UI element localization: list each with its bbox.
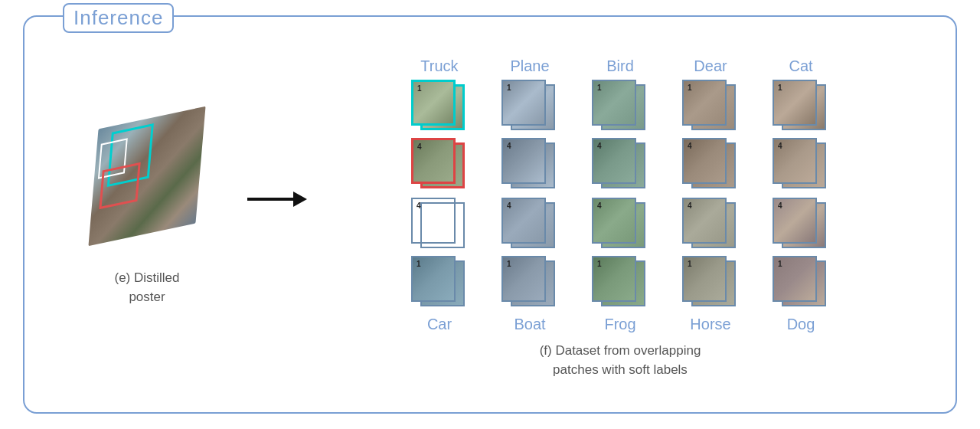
class-label-cat: Cat [759,57,843,75]
patch-plane-bot-front: 4 [501,138,546,184]
class-label-plane: Plane [488,57,572,75]
patch-num-truck-top: 1 [416,84,423,93]
patch-group-frog: 4 1 [578,198,662,311]
patch-horse-bot: 1 [676,256,745,311]
patch-bird-top-front: 1 [592,80,636,126]
patch-num-dear-top: 1 [686,83,694,93]
patch-num-car-top: 4 [415,201,423,211]
patch-num-dog-top: 4 [776,201,784,211]
class-label-dear: Dear [668,57,753,75]
bottom-class-labels: Car Boat Frog Horse Dog [397,316,843,333]
patch-truck-top-front: 1 [411,80,456,126]
bottom-patches-row: 4 1 4 [397,198,843,311]
patch-num-cat-bot: 4 [776,141,784,151]
patch-bird-bot-front: 4 [592,138,636,184]
class-label-dog: Dog [759,316,843,333]
patch-dear-top-front: 1 [682,80,727,126]
patch-boat-bot: 1 [495,256,564,311]
patch-group-dog: 4 1 [759,198,843,311]
patch-num-frog-top: 4 [596,201,603,211]
distilled-poster-image [88,106,205,246]
right-arrow [247,192,307,207]
patch-num-plane-bot: 4 [505,141,513,151]
patch-num-frog-bot: 1 [596,259,603,269]
patch-dog-bot-front: 1 [773,256,817,302]
patch-num-boat-bot: 1 [505,259,513,269]
patch-boat-top: 4 [495,198,564,253]
patch-cat-top-front: 1 [773,80,817,126]
patch-num-car-bot: 1 [415,259,423,269]
patch-num-dog-bot: 1 [776,259,784,269]
arrow-head [293,192,307,207]
patch-truck-top: 1 [405,80,474,135]
patch-num-horse-top: 4 [686,201,694,211]
patch-boat-top-front: 4 [501,198,546,244]
patch-group-cat: 1 4 [759,80,843,193]
left-section: (e) Distilledposter [55,107,239,307]
patch-bird-top: 1 [586,80,655,135]
patch-boat-bot-front: 1 [501,256,546,302]
patch-cat-top: 1 [766,80,835,135]
patch-frog-bot-front: 1 [592,256,636,302]
patch-cat-bot-front: 4 [773,138,817,184]
patch-group-boat: 4 1 [488,198,572,311]
patch-car-bot-front: 1 [411,256,456,302]
patch-num-truck-bot: 4 [416,142,423,152]
patch-num-bird-top: 1 [596,83,603,93]
class-label-frog: Frog [578,316,662,333]
patch-group-bird: 1 4 [578,80,662,193]
patch-car-top: 4 [405,198,474,253]
patch-group-dear: 1 4 [668,80,753,193]
patch-group-horse: 4 1 [668,198,753,311]
patch-car-bot: 1 [405,256,474,311]
patch-dear-top: 1 [676,80,745,135]
patch-plane-top: 1 [495,80,564,135]
patch-plane-top-front: 1 [501,80,546,126]
top-class-labels: Truck Plane Bird Dear Cat [397,57,843,75]
patch-group-car: 4 1 [397,198,482,311]
patch-frog-bot: 1 [586,256,655,311]
class-label-car: Car [397,316,482,333]
patch-dog-bot: 1 [766,256,835,311]
poster-container [78,107,216,245]
class-label-horse: Horse [668,316,753,333]
patch-num-bird-bot: 4 [596,141,603,151]
arrow-section [239,192,315,207]
patch-group-truck: 1 4 [397,80,482,193]
patch-car-top-front: 4 [411,198,456,244]
patch-frog-top: 4 [586,198,655,253]
patch-num-horse-bot: 1 [686,259,694,269]
patch-num-dear-bot: 4 [686,141,694,151]
left-caption: (e) Distilledposter [114,268,179,307]
patch-dear-bot: 4 [676,138,745,193]
patch-num-boat-top: 4 [505,201,513,211]
patch-dog-top-front: 4 [773,198,817,244]
patch-num-plane-top: 1 [505,83,513,93]
patch-truck-bot-front: 4 [411,138,456,184]
right-section: Truck Plane Bird Dear Cat 1 4 [315,50,925,380]
inference-label: Inference [63,3,174,33]
patch-cat-bot: 4 [766,138,835,193]
main-diagram-box: Inference (e) Distilledposter Truck Plan… [23,15,957,414]
patch-frog-top-front: 4 [592,198,636,244]
class-label-bird: Bird [578,57,662,75]
red-bbox [99,162,140,209]
patch-dear-bot-front: 4 [682,138,727,184]
patch-num-cat-top: 1 [776,83,784,93]
patch-horse-top: 4 [676,198,745,253]
patch-plane-bot: 4 [495,138,564,193]
patch-bird-bot: 4 [586,138,655,193]
right-caption: (f) Dataset from overlappingpatches with… [540,341,701,380]
patch-horse-top-front: 4 [682,198,727,244]
arrow-line [247,198,293,201]
class-label-boat: Boat [488,316,572,333]
patch-dog-top: 4 [766,198,835,253]
patch-group-plane: 1 4 [488,80,572,193]
patch-horse-bot-front: 1 [682,256,727,302]
patch-truck-bot: 4 [405,138,474,193]
class-label-truck: Truck [397,57,482,75]
top-patches-row: 1 4 1 [397,80,843,193]
